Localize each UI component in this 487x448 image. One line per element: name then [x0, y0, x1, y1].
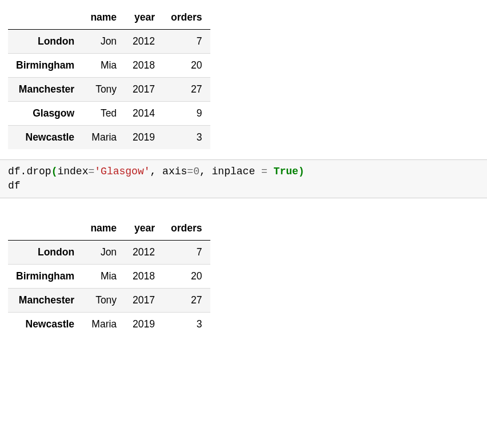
code-token: df — [8, 180, 21, 191]
dataframe-table-before: name year orders London Jon 2012 7 Birmi… — [8, 6, 210, 149]
table-row: Birmingham Mia 2018 20 — [8, 265, 210, 289]
table-row: Newcastle Maria 2019 3 — [8, 126, 210, 150]
header-index — [8, 217, 82, 241]
cell-orders: 3 — [163, 313, 210, 337]
cell-year: 2012 — [125, 241, 163, 265]
cell-orders: 20 — [163, 54, 210, 78]
table-row: Manchester Tony 2017 27 — [8, 78, 210, 102]
table-row: Newcastle Maria 2019 3 — [8, 313, 210, 337]
cell-year: 2017 — [125, 78, 163, 102]
code-string: 'Glasgow' — [94, 166, 150, 177]
header-name: name — [82, 217, 125, 241]
cell-orders: 7 — [163, 30, 210, 54]
header-orders: orders — [163, 6, 210, 30]
cell-orders: 27 — [163, 289, 210, 313]
cell-orders: 27 — [163, 78, 210, 102]
table-row: London Jon 2012 7 — [8, 30, 210, 54]
row-index: Manchester — [8, 78, 82, 102]
row-index: Birmingham — [8, 265, 82, 289]
cell-name: Jon — [82, 30, 125, 54]
paren-close-icon: ) — [298, 166, 305, 177]
cell-year: 2012 — [125, 30, 163, 54]
header-year: year — [125, 6, 163, 30]
code-number: 0 — [193, 166, 199, 177]
cell-orders: 9 — [163, 102, 210, 126]
code-op-eq: = — [187, 166, 193, 177]
cell-name: Jon — [82, 241, 125, 265]
cell-year: 2017 — [125, 289, 163, 313]
row-index: Birmingham — [8, 54, 82, 78]
cell-year: 2014 — [125, 102, 163, 126]
table-row: Birmingham Mia 2018 20 — [8, 54, 210, 78]
row-index: London — [8, 30, 82, 54]
paren-open-icon: ( — [51, 166, 58, 177]
dataframe-table-after: name year orders London Jon 2012 7 Birmi… — [8, 217, 210, 336]
cell-orders: 7 — [163, 241, 210, 265]
cell-name: Tony — [82, 78, 125, 102]
row-index: Newcastle — [8, 313, 82, 337]
code-kw: inplace — [206, 166, 261, 177]
code-kw: axis — [156, 166, 187, 177]
cell-name: Ted — [82, 102, 125, 126]
table-row: London Jon 2012 7 — [8, 241, 210, 265]
code-op-eq: = — [261, 166, 274, 177]
code-comma: , — [150, 166, 157, 177]
header-year: year — [125, 217, 163, 241]
cell-name: Tony — [82, 289, 125, 313]
row-index: Glasgow — [8, 102, 82, 126]
table-row: Glasgow Ted 2014 9 — [8, 102, 210, 126]
code-token: df — [8, 166, 21, 177]
code-token: . — [21, 166, 27, 177]
cell-orders: 3 — [163, 126, 210, 150]
cell-name: Maria — [82, 313, 125, 337]
cell-year: 2019 — [125, 126, 163, 150]
cell-year: 2019 — [125, 313, 163, 337]
table-row: Manchester Tony 2017 27 — [8, 289, 210, 313]
header-orders: orders — [163, 217, 210, 241]
code-comma: , — [199, 166, 206, 177]
cell-name: Maria — [82, 126, 125, 150]
cell-name: Mia — [82, 54, 125, 78]
cell-orders: 20 — [163, 265, 210, 289]
cell-year: 2018 — [125, 54, 163, 78]
header-name: name — [82, 6, 125, 30]
code-kw: index — [57, 166, 88, 177]
cell-year: 2018 — [125, 265, 163, 289]
code-keyword-true: True — [274, 166, 298, 177]
dataframe-output-after: name year orders London Jon 2012 7 Birmi… — [0, 198, 487, 346]
row-index: Manchester — [8, 289, 82, 313]
row-index: London — [8, 241, 82, 265]
code-cell[interactable]: df.drop(index='Glasgow', axis=0, inplace… — [0, 159, 487, 198]
code-token: drop — [26, 166, 51, 177]
dataframe-output-before: name year orders London Jon 2012 7 Birmi… — [0, 0, 487, 159]
header-index — [8, 6, 82, 30]
row-index: Newcastle — [8, 126, 82, 150]
code-op-eq: = — [88, 166, 94, 177]
cell-name: Mia — [82, 265, 125, 289]
